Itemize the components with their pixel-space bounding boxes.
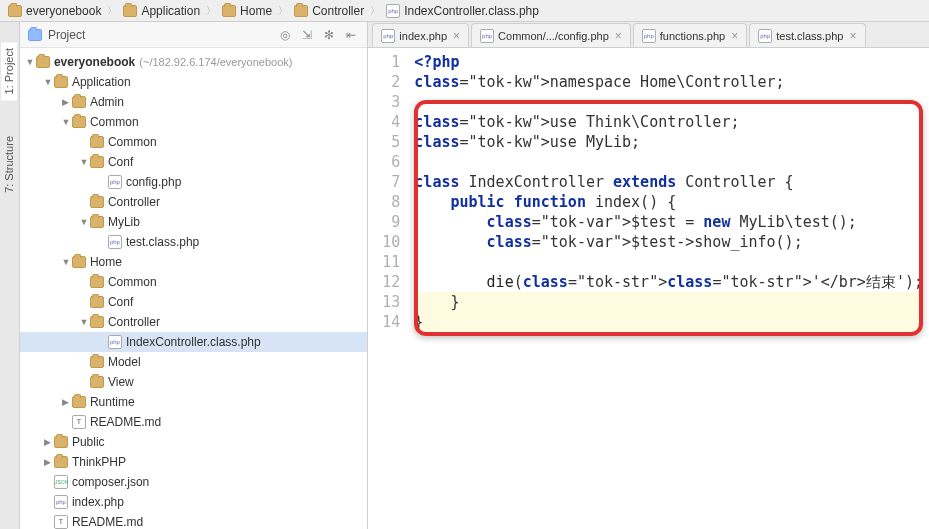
editor-tab[interactable]: functions.php× xyxy=(633,23,747,47)
tree-label: Common xyxy=(108,275,157,289)
collapse-arrow-icon[interactable]: ▼ xyxy=(60,117,72,127)
folder-icon xyxy=(54,456,68,468)
line-number: 6 xyxy=(372,152,400,172)
code-line[interactable]: class="tok-var">$test = new MyLib\test()… xyxy=(414,212,923,232)
scroll-to-source-button[interactable]: ◎ xyxy=(277,27,293,43)
tree-node[interactable]: ▶ThinkPHP xyxy=(20,452,367,472)
md-icon xyxy=(72,415,86,429)
tree-label: everyonebook xyxy=(54,55,135,69)
code-content[interactable]: <?phpclass="tok-kw">namespace Home\Contr… xyxy=(408,48,929,529)
code-editor[interactable]: 1234567891011121314 <?phpclass="tok-kw">… xyxy=(368,48,929,529)
tree-label: Common xyxy=(90,115,139,129)
breadcrumb-item[interactable]: Home xyxy=(220,3,274,19)
tree-label: Controller xyxy=(108,315,160,329)
tree-node[interactable]: ▶Runtime xyxy=(20,392,367,412)
project-panel-title: Project xyxy=(48,28,271,42)
collapse-arrow-icon[interactable]: ▼ xyxy=(78,217,90,227)
close-tab-button[interactable]: × xyxy=(731,29,738,43)
code-line[interactable]: class="tok-kw">namespace Home\Controller… xyxy=(414,72,923,92)
close-tab-button[interactable]: × xyxy=(615,29,622,43)
tree-node[interactable]: ▶View xyxy=(20,372,367,392)
chevron-right-icon: 〉 xyxy=(107,4,117,18)
breadcrumb-label: Controller xyxy=(312,4,364,18)
tree-node[interactable]: ▶Common xyxy=(20,132,367,152)
tree-label: Conf xyxy=(108,295,133,309)
tree-node[interactable]: ▶IndexController.class.php xyxy=(20,332,367,352)
folder-icon xyxy=(222,5,236,17)
code-line[interactable]: class="tok-kw">use MyLib; xyxy=(414,132,923,152)
php-icon xyxy=(108,335,122,349)
tree-root[interactable]: ▼ everyonebook (~/182.92.6.174/everyoneb… xyxy=(20,52,367,72)
expand-arrow-icon[interactable]: ▼ xyxy=(24,57,36,67)
tree-node[interactable]: ▶Controller xyxy=(20,192,367,212)
folder-icon xyxy=(90,376,104,388)
code-line[interactable] xyxy=(414,92,923,112)
breadcrumb-item[interactable]: Application xyxy=(121,3,202,19)
tree-node[interactable]: ▶Conf xyxy=(20,292,367,312)
code-line[interactable]: die(class="tok-str">class="tok-str">'</b… xyxy=(414,272,923,292)
chevron-right-icon: 〉 xyxy=(278,4,288,18)
code-line[interactable]: <?php xyxy=(414,52,923,72)
collapse-arrow-icon[interactable]: ▼ xyxy=(60,257,72,267)
settings-button[interactable]: ✻ xyxy=(321,27,337,43)
tree-label: Home xyxy=(90,255,122,269)
collapse-arrow-icon[interactable]: ▼ xyxy=(78,157,90,167)
folder-icon xyxy=(90,136,104,148)
expand-arrow-icon[interactable]: ▶ xyxy=(42,437,54,447)
tree-node[interactable]: ▼Application xyxy=(20,72,367,92)
line-number: 10 xyxy=(372,232,400,252)
project-tool-tab[interactable]: 1: Project xyxy=(1,42,17,100)
collapse-all-button[interactable]: ⇲ xyxy=(299,27,315,43)
expand-arrow-icon[interactable]: ▶ xyxy=(60,397,72,407)
code-line[interactable]: public function index() { xyxy=(414,192,923,212)
hide-button[interactable]: ⇤ xyxy=(343,27,359,43)
breadcrumb-item[interactable]: Controller xyxy=(292,3,366,19)
tab-label: Common/.../config.php xyxy=(498,30,609,42)
collapse-arrow-icon[interactable]: ▼ xyxy=(78,317,90,327)
tree-node[interactable]: ▶index.php xyxy=(20,492,367,512)
close-tab-button[interactable]: × xyxy=(453,29,460,43)
tree-node[interactable]: ▶Model xyxy=(20,352,367,372)
tree-node[interactable]: ▶Common xyxy=(20,272,367,292)
expand-arrow-icon[interactable]: ▶ xyxy=(42,457,54,467)
tab-label: functions.php xyxy=(660,30,725,42)
code-line[interactable]: class="tok-var">$test->show_info(); xyxy=(414,232,923,252)
tree-node[interactable]: ▶test.class.php xyxy=(20,232,367,252)
tree-node[interactable]: ▶Admin xyxy=(20,92,367,112)
tree-node[interactable]: ▼MyLib xyxy=(20,212,367,232)
project-panel: Project ◎ ⇲ ✻ ⇤ ▼ everyonebook (~/182.92… xyxy=(20,22,368,529)
line-number: 7 xyxy=(372,172,400,192)
tree-node[interactable]: ▶README.md xyxy=(20,412,367,432)
project-tree[interactable]: ▼ everyonebook (~/182.92.6.174/everyoneb… xyxy=(20,48,367,529)
code-line[interactable]: } xyxy=(414,292,923,312)
breadcrumb-item[interactable]: everyonebook xyxy=(6,3,103,19)
tree-node[interactable]: ▼Home xyxy=(20,252,367,272)
tree-node[interactable]: ▶config.php xyxy=(20,172,367,192)
breadcrumb-item[interactable]: IndexController.class.php xyxy=(384,3,541,19)
collapse-arrow-icon[interactable]: ▼ xyxy=(42,77,54,87)
tree-node[interactable]: ▼Controller xyxy=(20,312,367,332)
editor-tab[interactable]: test.class.php× xyxy=(749,23,865,47)
code-line[interactable]: class IndexController extends Controller… xyxy=(414,172,923,192)
folder-icon xyxy=(54,436,68,448)
tree-node[interactable]: ▶README.md xyxy=(20,512,367,529)
tree-node[interactable]: ▼Common xyxy=(20,112,367,132)
tree-node[interactable]: ▼Conf xyxy=(20,152,367,172)
tree-node[interactable]: ▶Public xyxy=(20,432,367,452)
editor-tab[interactable]: Common/.../config.php× xyxy=(471,23,631,47)
code-line[interactable] xyxy=(414,152,923,172)
folder-icon xyxy=(90,296,104,308)
folder-icon xyxy=(90,156,104,168)
tree-node[interactable]: ▶composer.json xyxy=(20,472,367,492)
code-line[interactable]: class="tok-kw">use Think\Controller; xyxy=(414,112,923,132)
expand-arrow-icon[interactable]: ▶ xyxy=(60,97,72,107)
code-line[interactable] xyxy=(414,252,923,272)
php-icon xyxy=(108,235,122,249)
editor-tab[interactable]: index.php× xyxy=(372,23,469,47)
tree-label: ThinkPHP xyxy=(72,455,126,469)
structure-tool-tab[interactable]: 7: Structure xyxy=(1,130,17,199)
tree-label: Runtime xyxy=(90,395,135,409)
php-file-icon xyxy=(381,29,395,43)
code-line[interactable]: } xyxy=(414,312,923,332)
close-tab-button[interactable]: × xyxy=(849,29,856,43)
